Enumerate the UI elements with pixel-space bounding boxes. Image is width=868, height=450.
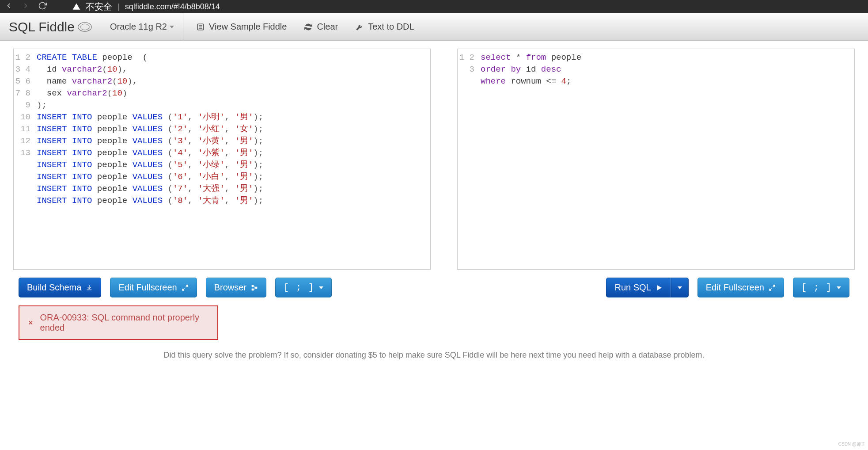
play-icon — [656, 284, 663, 291]
caret-down-icon — [319, 286, 323, 289]
query-editor[interactable]: 1 2 3 select * from people order by id d… — [458, 49, 854, 269]
error-message: ORA-00933: SQL command not properly ende… — [40, 313, 209, 333]
wrench-icon — [356, 23, 364, 31]
browser-button[interactable]: Browser — [206, 278, 266, 297]
refresh-icon — [304, 23, 312, 31]
back-icon[interactable] — [4, 1, 13, 12]
terminator-left-button[interactable]: [ ; ] — [275, 278, 332, 297]
view-sample-button[interactable]: View Sample Fiddle — [197, 22, 287, 32]
svg-rect-5 — [252, 289, 254, 290]
app-toolbar: SQL Fiddle Oracle 11g R2 View Sample Fid… — [0, 13, 868, 41]
build-schema-button[interactable]: Build Schema — [19, 278, 101, 297]
error-box: ORA-00933: SQL command not properly ende… — [19, 305, 218, 340]
expand-icon — [769, 284, 776, 291]
footer-text: Did this query solve the problem? If so,… — [0, 340, 868, 363]
run-sql-label: Run SQL — [614, 282, 651, 293]
view-sample-label: View Sample Fiddle — [209, 22, 287, 32]
security-label: 不安全 — [86, 1, 112, 13]
warning-icon — [72, 3, 80, 11]
run-sql-split-button: Run SQL — [606, 278, 688, 297]
download-icon — [86, 284, 93, 291]
list-icon — [197, 23, 205, 31]
edit-fullscreen-label: Edit Fullscreen — [706, 282, 764, 293]
tree-icon — [251, 284, 258, 291]
error-zone: ORA-00933: SQL command not properly ende… — [19, 305, 849, 340]
button-row: Build Schema Edit Fullscreen Browser [ ;… — [0, 276, 868, 305]
app-logo[interactable]: SQL Fiddle — [9, 19, 92, 34]
error-x-icon — [27, 319, 34, 326]
edit-fullscreen-label: Edit Fullscreen — [118, 282, 177, 293]
schema-gutter: 1 2 3 4 5 6 7 8 9 10 11 12 13 — [14, 52, 35, 267]
forward-icon[interactable] — [21, 1, 30, 12]
db-label: Oracle 11g R2 — [110, 22, 167, 32]
svg-rect-6 — [255, 287, 257, 289]
clear-label: Clear — [317, 22, 338, 32]
svg-marker-7 — [657, 285, 661, 290]
terminator-right-button[interactable]: [ ; ] — [793, 278, 849, 297]
build-schema-label: Build Schema — [27, 282, 81, 293]
logo-text: SQL Fiddle — [9, 19, 75, 34]
workspace: 1 2 3 4 5 6 7 8 9 10 11 12 13 CREATE TAB… — [0, 41, 868, 276]
db-selector[interactable]: Oracle 11g R2 — [110, 22, 174, 32]
svg-rect-4 — [252, 285, 254, 287]
clear-button[interactable]: Clear — [304, 22, 338, 32]
caret-down-icon — [170, 26, 174, 28]
schema-code[interactable]: CREATE TABLE people ( id varchar2(10), n… — [35, 52, 430, 267]
run-sql-button[interactable]: Run SQL — [606, 278, 671, 297]
browser-chrome-bar: 不安全 | sqlfiddle.com/#!4/b8b08/14 — [0, 0, 868, 13]
schema-pane: 1 2 3 4 5 6 7 8 9 10 11 12 13 CREATE TAB… — [13, 49, 431, 270]
edit-fullscreen-left-button[interactable]: Edit Fullscreen — [110, 278, 197, 297]
reload-icon[interactable] — [38, 1, 47, 12]
browser-label: Browser — [214, 282, 246, 293]
terminator-label: [ ; ] — [284, 282, 315, 293]
schema-editor[interactable]: 1 2 3 4 5 6 7 8 9 10 11 12 13 CREATE TAB… — [14, 49, 430, 269]
caret-down-icon — [678, 286, 682, 289]
query-pane: 1 2 3 select * from people order by id d… — [457, 49, 855, 270]
url-text: sqlfiddle.com/#!4/b8b08/14 — [125, 2, 220, 11]
edit-fullscreen-right-button[interactable]: Edit Fullscreen — [697, 278, 784, 297]
caret-down-icon — [837, 286, 841, 289]
query-gutter: 1 2 3 — [458, 52, 479, 267]
terminator-label: [ ; ] — [801, 282, 832, 293]
nautilus-icon — [77, 22, 92, 32]
query-code[interactable]: select * from people order by id desc wh… — [479, 52, 854, 267]
address-bar[interactable]: 不安全 | sqlfiddle.com/#!4/b8b08/14 — [72, 1, 220, 13]
text-to-ddl-button[interactable]: Text to DDL — [356, 22, 414, 32]
run-sql-dropdown[interactable] — [671, 278, 689, 297]
text-to-ddl-label: Text to DDL — [368, 22, 414, 32]
expand-icon — [182, 284, 189, 291]
